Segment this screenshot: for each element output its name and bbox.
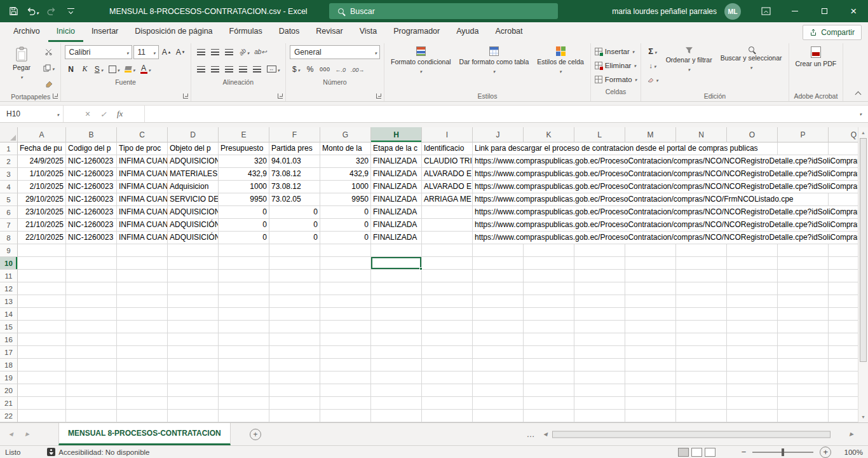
sort-filter-button[interactable]: Ordenar y filtrar xyxy=(663,45,715,73)
cell-E12[interactable] xyxy=(219,282,269,295)
column-header-G[interactable]: G xyxy=(320,127,371,142)
cell-H6[interactable]: FINALIZADA xyxy=(371,206,422,219)
cell-F2[interactable]: 94.01.03 xyxy=(269,155,320,168)
cell-K16[interactable] xyxy=(524,333,574,346)
cell-B22[interactable] xyxy=(66,410,117,422)
cell-J18[interactable] xyxy=(473,359,524,371)
zoom-level[interactable]: 100% xyxy=(837,448,863,456)
cell-Q18[interactable] xyxy=(829,359,858,371)
cell-E10[interactable] xyxy=(219,257,269,270)
save-button[interactable] xyxy=(4,0,23,22)
ribbon-tab-inicio[interactable]: Inicio xyxy=(48,22,83,42)
row-header-22[interactable]: 22 xyxy=(0,410,18,422)
cell-E13[interactable] xyxy=(219,295,269,308)
font-color-button[interactable]: A xyxy=(139,62,153,76)
autosum-button[interactable]: Σ xyxy=(645,45,660,58)
collapse-ribbon-icon[interactable] xyxy=(855,92,862,98)
cell-P21[interactable] xyxy=(778,397,829,410)
cell-O14[interactable] xyxy=(727,308,778,321)
cell-G22[interactable] xyxy=(320,410,371,422)
cell-J22[interactable] xyxy=(473,410,524,422)
scroll-left-arrow[interactable] xyxy=(540,431,550,437)
column-header-F[interactable]: F xyxy=(269,127,320,142)
column-header-J[interactable]: J xyxy=(473,127,524,142)
column-header-K[interactable]: K xyxy=(524,127,574,142)
paste-button[interactable]: Pegar xyxy=(5,45,38,80)
cell-C20[interactable] xyxy=(117,384,168,397)
cell-J19[interactable] xyxy=(473,371,524,384)
redo-button[interactable] xyxy=(42,0,61,22)
row-header-5[interactable]: 5 xyxy=(0,193,18,206)
cell-H2[interactable]: FINALIZADA xyxy=(371,155,422,168)
cell-B1[interactable]: Codigo del p xyxy=(66,142,117,155)
cell-B17[interactable] xyxy=(66,346,117,359)
cell-E20[interactable] xyxy=(219,384,269,397)
cell-J12[interactable] xyxy=(473,282,524,295)
column-header-H[interactable]: H xyxy=(371,127,422,142)
cell-K14[interactable] xyxy=(524,308,574,321)
cell-K12[interactable] xyxy=(524,282,574,295)
cell-J13[interactable] xyxy=(473,295,524,308)
ribbon-tab-programador[interactable]: Programador xyxy=(385,22,448,42)
cell-E6[interactable]: 0 xyxy=(219,206,269,219)
cell-F20[interactable] xyxy=(269,384,320,397)
cell-B8[interactable]: NIC-1260023 xyxy=(66,232,117,244)
column-header-Q[interactable]: Q xyxy=(829,127,858,142)
cell-C22[interactable] xyxy=(117,410,168,422)
search-box[interactable]: Buscar xyxy=(329,3,558,19)
cell-J1[interactable]: Link para descargar el proceso de contra… xyxy=(473,142,524,155)
cell-G14[interactable] xyxy=(320,308,371,321)
create-pdf-button[interactable]: Crear un PDF xyxy=(793,45,839,67)
cell-L14[interactable] xyxy=(574,308,625,321)
cell-A1[interactable]: Fecha de pu xyxy=(18,142,66,155)
cell-O20[interactable] xyxy=(727,384,778,397)
cell-I13[interactable] xyxy=(422,295,473,308)
cell-G8[interactable]: 0 xyxy=(320,232,371,244)
formula-input[interactable] xyxy=(145,106,853,122)
cell-A12[interactable] xyxy=(18,282,66,295)
row-header-1[interactable]: 1 xyxy=(0,142,18,155)
cell-P1[interactable] xyxy=(778,142,829,155)
cell-A17[interactable] xyxy=(18,346,66,359)
cell-B19[interactable] xyxy=(66,371,117,384)
cell-M9[interactable] xyxy=(625,244,676,257)
cell-P13[interactable] xyxy=(778,295,829,308)
cell-I20[interactable] xyxy=(422,384,473,397)
cell-F22[interactable] xyxy=(269,410,320,422)
cell-N13[interactable] xyxy=(676,295,727,308)
cell-G3[interactable]: 432,9 xyxy=(320,168,371,181)
cell-P17[interactable] xyxy=(778,346,829,359)
cell-F7[interactable]: 0 xyxy=(269,219,320,232)
cell-M20[interactable] xyxy=(625,384,676,397)
row-header-8[interactable]: 8 xyxy=(0,232,18,244)
cell-C15[interactable] xyxy=(117,321,168,333)
cell-L20[interactable] xyxy=(574,384,625,397)
cell-O13[interactable] xyxy=(727,295,778,308)
cell-N19[interactable] xyxy=(676,371,727,384)
cell-O16[interactable] xyxy=(727,333,778,346)
cell-P18[interactable] xyxy=(778,359,829,371)
increase-font-size-button[interactable]: A▴ xyxy=(160,45,173,59)
name-box[interactable]: H10 xyxy=(0,106,64,122)
format-painter-button[interactable] xyxy=(41,78,57,92)
cell-G6[interactable]: 0 xyxy=(320,206,371,219)
cell-G9[interactable] xyxy=(320,244,371,257)
cell-J7[interactable]: https://www.compraspublicas.gob.ec/Proce… xyxy=(473,219,524,232)
merge-center-button[interactable] xyxy=(265,62,282,76)
cell-N10[interactable] xyxy=(676,257,727,270)
cell-M19[interactable] xyxy=(625,371,676,384)
cell-D14[interactable] xyxy=(168,308,219,321)
enter-icon[interactable] xyxy=(100,108,107,120)
cell-F19[interactable] xyxy=(269,371,320,384)
cell-D6[interactable]: ADQUISICION xyxy=(168,206,219,219)
cell-F16[interactable] xyxy=(269,333,320,346)
cell-K22[interactable] xyxy=(524,410,574,422)
orientation-button[interactable] xyxy=(237,45,252,59)
cell-I8[interactable] xyxy=(422,232,473,244)
cell-I15[interactable] xyxy=(422,321,473,333)
comma-style-button[interactable]: 000 xyxy=(318,62,332,76)
increase-indent-button[interactable] xyxy=(251,62,264,76)
conditional-formatting-button[interactable]: Formato condicional xyxy=(388,45,454,74)
row-header-10[interactable]: 10 xyxy=(0,257,18,270)
cell-F12[interactable] xyxy=(269,282,320,295)
